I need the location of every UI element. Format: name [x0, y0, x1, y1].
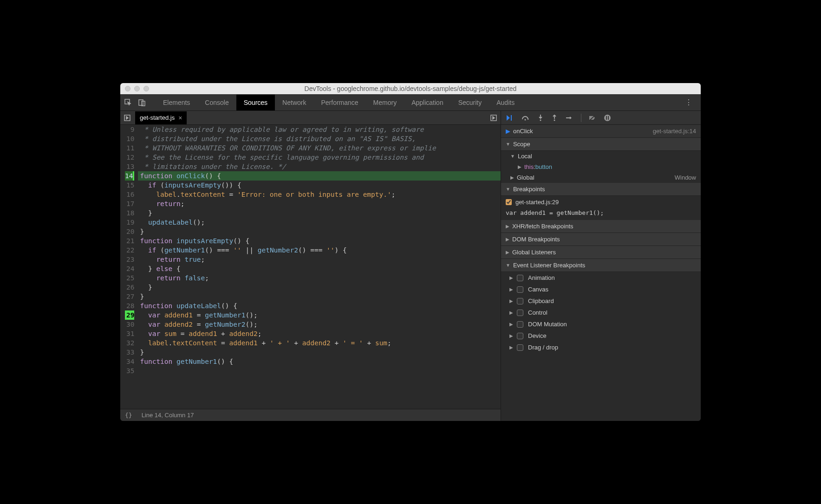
- xhr-breakpoints-header[interactable]: ▶XHR/fetch Breakpoints: [501, 220, 701, 233]
- step-over-icon[interactable]: [521, 115, 530, 121]
- scope-global[interactable]: ▶GlobalWindow: [501, 172, 701, 183]
- svg-point-10: [604, 115, 611, 121]
- status-bar: {} Line 14, Column 17: [120, 409, 501, 421]
- deactivate-breakpoints-icon[interactable]: [589, 115, 596, 121]
- breakpoint-snippet: var addend1 = getNumber1();: [501, 208, 701, 220]
- svg-rect-11: [606, 116, 607, 120]
- debugger-toggle-icon[interactable]: [489, 114, 498, 122]
- event-category-checkbox[interactable]: [517, 298, 523, 304]
- svg-point-7: [540, 119, 541, 121]
- window-title: DevTools - googlechrome.github.io/devtoo…: [120, 85, 701, 92]
- divider: [581, 114, 581, 122]
- code-editor[interactable]: 9101112131415161718192021222324252627282…: [120, 125, 501, 409]
- file-tabs-bar: get-started.js ×: [120, 111, 501, 125]
- svg-point-6: [525, 119, 526, 120]
- file-tab[interactable]: get-started.js ×: [135, 111, 187, 124]
- step-icon[interactable]: [565, 115, 573, 121]
- call-stack-fn: onClick: [513, 128, 533, 135]
- tab-console[interactable]: Console: [197, 95, 236, 110]
- event-category-dom-mutation[interactable]: ▶DOM Mutation: [501, 318, 701, 330]
- pause-on-exceptions-icon[interactable]: [604, 114, 611, 122]
- event-category-canvas[interactable]: ▶Canvas: [501, 284, 701, 295]
- svg-rect-1: [139, 100, 143, 105]
- step-out-icon[interactable]: [551, 114, 558, 122]
- debug-controls: [501, 111, 701, 125]
- tab-audits[interactable]: Audits: [489, 95, 522, 110]
- tab-performance[interactable]: Performance: [313, 95, 365, 110]
- close-window-icon[interactable]: [125, 86, 130, 91]
- tab-elements[interactable]: Elements: [156, 95, 197, 110]
- scope-header[interactable]: ▼Scope: [501, 138, 701, 151]
- event-category-checkbox[interactable]: [517, 333, 523, 339]
- minimize-window-icon[interactable]: [134, 86, 140, 91]
- event-category-clipboard[interactable]: ▶Clipboard: [501, 295, 701, 307]
- event-category-checkbox[interactable]: [517, 344, 523, 351]
- breakpoints-header[interactable]: ▼Breakpoints: [501, 183, 701, 196]
- svg-point-8: [554, 119, 555, 121]
- call-stack-location: get-started.js:14: [653, 128, 696, 135]
- event-listener-breakpoints-header[interactable]: ▼Event Listener Breakpoints: [501, 259, 701, 272]
- step-into-icon[interactable]: [537, 114, 544, 122]
- event-category-control[interactable]: ▶Control: [501, 307, 701, 318]
- main-toolbar: ElementsConsoleSourcesNetworkPerformance…: [120, 94, 701, 111]
- inspect-element-icon[interactable]: [124, 98, 132, 107]
- file-tab-label: get-started.js: [140, 114, 175, 121]
- call-stack-frame[interactable]: ▶ onClick get-started.js:14: [501, 125, 701, 138]
- svg-rect-12: [608, 116, 609, 120]
- tab-application[interactable]: Application: [404, 95, 451, 110]
- breakpoint-checkbox[interactable]: [506, 199, 512, 205]
- event-category-checkbox[interactable]: [517, 321, 523, 328]
- current-frame-icon: ▶: [506, 128, 510, 135]
- event-category-checkbox[interactable]: [517, 286, 523, 293]
- close-tab-icon[interactable]: ×: [178, 114, 182, 122]
- event-category-checkbox[interactable]: [517, 310, 523, 316]
- tab-memory[interactable]: Memory: [366, 95, 404, 110]
- traffic-lights: [125, 86, 149, 91]
- tab-security[interactable]: Security: [451, 95, 489, 110]
- zoom-window-icon[interactable]: [143, 86, 149, 91]
- svg-rect-5: [511, 115, 512, 121]
- more-options-icon[interactable]: ⋮: [680, 98, 697, 107]
- sources-pane: get-started.js × 91011121314151617181920…: [120, 111, 501, 421]
- scope-this[interactable]: ▶this: button: [501, 162, 701, 172]
- dom-breakpoints-header[interactable]: ▶DOM Breakpoints: [501, 233, 701, 246]
- devtools-window: DevTools - googlechrome.github.io/devtoo…: [120, 83, 701, 421]
- event-category-device[interactable]: ▶Device: [501, 330, 701, 342]
- breakpoint-item[interactable]: get-started.js:29: [501, 196, 701, 208]
- global-listeners-header[interactable]: ▶Global Listeners: [501, 246, 701, 259]
- debugger-sidebar: ▶ onClick get-started.js:14 ▼Scope ▼Loca…: [501, 111, 701, 421]
- pretty-print-icon[interactable]: {}: [125, 412, 132, 419]
- tab-sources[interactable]: Sources: [236, 95, 275, 110]
- event-category-checkbox[interactable]: [517, 275, 523, 281]
- scope-local[interactable]: ▼Local: [501, 151, 701, 162]
- event-category-drag-drop[interactable]: ▶Drag / drop: [501, 342, 701, 353]
- device-toolbar-icon[interactable]: [138, 98, 146, 107]
- tab-network[interactable]: Network: [275, 95, 313, 110]
- event-category-animation[interactable]: ▶Animation: [501, 272, 701, 284]
- titlebar: DevTools - googlechrome.github.io/devtoo…: [120, 83, 701, 94]
- panel-tabs: ElementsConsoleSourcesNetworkPerformance…: [156, 95, 522, 110]
- cursor-position: Line 14, Column 17: [142, 412, 194, 419]
- navigator-toggle-icon[interactable]: [123, 114, 131, 122]
- resume-icon[interactable]: [506, 115, 514, 121]
